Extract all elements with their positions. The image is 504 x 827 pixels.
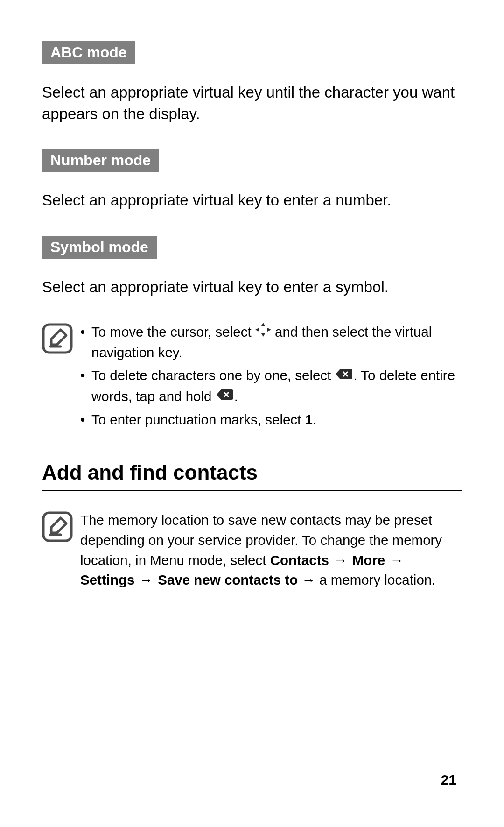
- section-symbol: Symbol mode: [42, 236, 462, 267]
- memo-path4: Save new contacts to: [158, 572, 298, 587]
- memo-intro: The memory location to save new contacts…: [80, 512, 442, 568]
- memo-tail: → a memory location.: [298, 572, 435, 587]
- page-number: 21: [441, 772, 456, 788]
- heading-wrap: Add and find contacts: [42, 461, 462, 491]
- backspace-icon: [335, 366, 353, 386]
- tip-punct-b: .: [313, 412, 316, 427]
- svg-marker-3: [261, 333, 265, 337]
- memo-path2: More: [352, 552, 385, 568]
- tip-punct-key: 1: [305, 412, 312, 427]
- section-number: Number mode: [42, 149, 462, 180]
- svg-rect-0: [43, 325, 71, 353]
- text-symbol-body: Select an appropriate virtual key to ent…: [42, 276, 462, 298]
- tip-delete: To delete characters one by one, select …: [80, 366, 462, 407]
- text-number-body: Select an appropriate virtual key to ent…: [42, 190, 462, 211]
- arrow-icon: →: [389, 552, 405, 568]
- svg-marker-2: [261, 323, 265, 326]
- svg-rect-10: [43, 513, 71, 541]
- label-symbol-mode: Symbol mode: [42, 236, 157, 259]
- tip-cursor-a: To move the cursor, select: [91, 324, 255, 339]
- svg-marker-4: [255, 328, 259, 332]
- heading-add-find-contacts: Add and find contacts: [42, 461, 462, 491]
- nav-arrows-icon: [255, 322, 271, 342]
- text-abc-body: Select an appropriate virtual key until …: [42, 82, 462, 125]
- note-icon: [42, 323, 80, 356]
- note-icon-col: [42, 322, 80, 356]
- memo-path1: Contacts: [270, 552, 329, 568]
- note-tips: To move the cursor, select and then sele…: [42, 322, 462, 433]
- arrow-icon: →: [333, 552, 349, 568]
- note-icon-col: [42, 510, 80, 544]
- tip-delete-c: .: [234, 389, 238, 404]
- svg-marker-5: [267, 328, 271, 332]
- note-icon: [42, 511, 80, 544]
- tip-punct-a: To enter punctuation marks, select: [91, 412, 305, 427]
- arrow-icon: →: [139, 572, 154, 587]
- label-abc-mode: ABC mode: [42, 41, 135, 64]
- memo-path3: Settings: [80, 572, 134, 587]
- backspace-icon: [216, 386, 234, 406]
- tip-delete-a: To delete characters one by one, select: [91, 368, 335, 383]
- note-tips-body: To move the cursor, select and then sele…: [80, 322, 462, 433]
- page: ABC mode Select an appropriate virtual k…: [0, 0, 504, 827]
- note-memory-body: The memory location to save new contacts…: [80, 510, 462, 590]
- tips-list: To move the cursor, select and then sele…: [80, 322, 462, 430]
- tip-punct: To enter punctuation marks, select 1.: [80, 410, 462, 430]
- note-memory: The memory location to save new contacts…: [42, 510, 462, 590]
- section-abc: ABC mode: [42, 41, 462, 72]
- tip-cursor: To move the cursor, select and then sele…: [80, 322, 462, 363]
- label-number-mode: Number mode: [42, 149, 159, 172]
